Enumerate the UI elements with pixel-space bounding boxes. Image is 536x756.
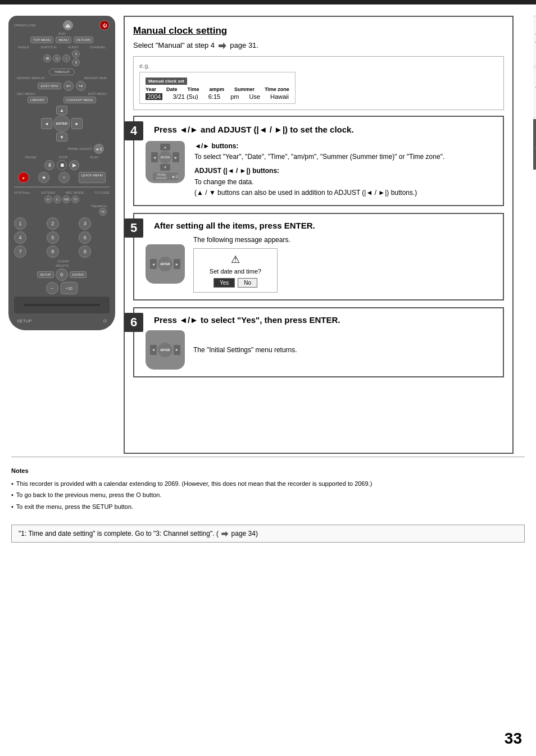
quick-menu-button[interactable]: QUICK MENU xyxy=(79,172,106,183)
plus10-button[interactable]: +10 xyxy=(61,282,78,294)
clock-header-timezone: Time zone xyxy=(265,86,289,92)
edit-menu-label: EDIT MENU xyxy=(88,92,107,95)
bottom-bar: "1: Time and date setting" is complete. … xyxy=(11,525,525,543)
timeslip-button[interactable]: TIMESLIP xyxy=(49,69,74,75)
prime-adjust-mini-label: PRIME ADJUST xyxy=(153,173,171,180)
section-subtitle: Select "Manual" at step 4 page 31. xyxy=(133,41,504,49)
library-button[interactable]: LIBRARY xyxy=(28,97,48,103)
easy-navi-button[interactable]: EASY NAVI xyxy=(38,83,61,89)
angle-button[interactable]: 🖼 xyxy=(43,54,51,62)
warning-icon: ⚠ xyxy=(202,253,269,266)
step4-heading: Press ◄/► and ADJUST (|◄ / ►|) to set th… xyxy=(154,124,496,135)
prime-adjust-label: PRIME ADJUST xyxy=(67,147,92,151)
num6-button[interactable]: 6 xyxy=(79,231,91,244)
rec-mode-button[interactable]: RM xyxy=(62,195,70,203)
play-button[interactable]: ▶ xyxy=(69,160,79,170)
prime-adjust-button[interactable]: ►II xyxy=(94,144,104,154)
clock-header-year: Year xyxy=(146,86,156,92)
o-button[interactable]: ○ xyxy=(58,172,70,183)
channel-down-button[interactable]: ∨ xyxy=(72,58,80,66)
tv-code-label: TV CODE xyxy=(94,191,110,194)
clear-label: CLEAR xyxy=(55,259,69,263)
open-close-label: OPEN/CLOSE xyxy=(14,24,36,27)
separator xyxy=(11,457,525,457)
dpad-down-button[interactable]: ▼ xyxy=(56,133,67,142)
slider-area xyxy=(14,297,110,313)
extend-label: EXTEND xyxy=(42,191,55,194)
num4-button[interactable]: 4 xyxy=(14,231,26,244)
main-instruction-box: Manual clock setting Select "Manual" at … xyxy=(124,16,514,454)
clock-val-timezone: Hawaii xyxy=(270,93,289,100)
numpad: 1 2 3 4 5 6 7 8 9 xyxy=(14,217,110,258)
num3-button[interactable]: 3 xyxy=(79,217,91,230)
dpad-left-button[interactable]: ◄ xyxy=(41,118,52,129)
enter2-button[interactable]: ENTER xyxy=(70,271,87,278)
page-container: OPEN/CLOSE ⏏ ⏻ DVD TOP MENU MENU RETURN xyxy=(0,0,536,756)
num7-button[interactable]: 7 xyxy=(14,245,26,258)
o-bottom-label: O xyxy=(103,318,107,324)
extend-button[interactable]: E xyxy=(53,195,61,203)
vcr-plus-button[interactable]: V+ xyxy=(44,195,52,203)
eject-button[interactable]: ⏏ xyxy=(63,20,73,30)
dpad-up-button[interactable]: ▲ xyxy=(56,106,67,115)
clock-val-ampm: pm xyxy=(230,93,239,100)
page-number: 33 xyxy=(505,730,522,748)
angle-label: ANGLE xyxy=(18,45,29,49)
vcr-plus-label: VCR Plus+ xyxy=(14,191,31,194)
num2-button[interactable]: 2 xyxy=(47,217,59,230)
yes-button[interactable]: Yes xyxy=(214,278,235,288)
setup-button[interactable]: SETUP xyxy=(37,271,54,278)
dpad-right-button[interactable]: ► xyxy=(71,118,83,129)
menu-button[interactable]: MENU xyxy=(56,37,71,43)
clock-val-time: 6:15 xyxy=(208,93,220,100)
no-button[interactable]: No xyxy=(238,278,257,288)
top-menu-button[interactable]: TOP MENU xyxy=(30,37,53,43)
content-menu-button[interactable]: CONTENT MENU xyxy=(63,97,96,103)
tv-code-button[interactable]: TV xyxy=(71,195,79,203)
clock-display-title: Manual clock set xyxy=(146,78,187,85)
minus-button[interactable]: − xyxy=(46,282,58,294)
note-item-3: • To exit the menu, press the SETUP butt… xyxy=(11,502,525,512)
return-button[interactable]: RETURN xyxy=(74,37,93,43)
num1-button[interactable]: 1 xyxy=(14,217,26,230)
pause-button[interactable]: ⏸ xyxy=(44,160,54,170)
message-text: Set date and time? xyxy=(202,268,269,275)
note-item-2: • To go back to the previous menu, press… xyxy=(11,490,525,500)
stop-button[interactable]: ⏹ xyxy=(57,160,67,170)
num5-button[interactable]: 5 xyxy=(47,231,59,244)
remote-bottom-labels: SETUP O xyxy=(14,316,110,326)
message-buttons: Yes No xyxy=(202,278,269,288)
instant-replay-label: INSTANT REPLAY xyxy=(17,76,45,80)
audio-button[interactable]: ♪ xyxy=(62,54,70,62)
step4-number: 4 xyxy=(124,121,143,140)
instant-skip-button[interactable]: ↪ xyxy=(76,81,86,91)
enter-button[interactable]: ENTER xyxy=(53,115,70,132)
step5-number: 5 xyxy=(124,218,143,238)
clock-header-ampm: ampm xyxy=(209,86,224,92)
rec-menu-label: REC MENU xyxy=(17,92,35,95)
channel-up-button[interactable]: ∧ xyxy=(72,50,80,58)
num9-button[interactable]: 9 xyxy=(79,245,91,258)
tsearch-button[interactable]: TS xyxy=(99,208,107,216)
tab-basic-setup[interactable]: Basic Setup xyxy=(533,119,536,170)
tab-introduction[interactable]: Introduction xyxy=(533,16,536,66)
notes-section: Notes • This recorder is provided with a… xyxy=(0,460,536,519)
rec-button[interactable]: ● xyxy=(18,172,29,183)
num0-button[interactable]: 0 xyxy=(56,268,68,281)
note-item-1: • This recorder is provided with a calen… xyxy=(11,479,525,489)
eg-label: e.g. xyxy=(139,62,498,69)
power-button[interactable]: ⏻ xyxy=(99,20,110,30)
arrow-icon xyxy=(219,43,226,49)
num8-button[interactable]: 8 xyxy=(47,245,59,258)
star-button[interactable]: ★ xyxy=(38,172,49,183)
instant-replay-button[interactable]: ↩ xyxy=(63,81,74,91)
step6-heading: Press ◄/► to select "Yes", then press EN… xyxy=(154,315,496,325)
stop-label: STOP xyxy=(58,156,67,159)
page-title: Manual clock setting xyxy=(133,25,504,37)
subtitle-button[interactable]: ◳ xyxy=(53,54,61,62)
clock-example-box: e.g. Manual clock set Year Date Time amp… xyxy=(133,56,504,110)
clock-val-year: 2004 xyxy=(146,93,162,100)
step5-heading: After setting all the items, press ENTER… xyxy=(154,221,496,230)
message-box: ⚠ Set date and time? Yes No xyxy=(193,248,278,293)
tab-connections[interactable]: Connections xyxy=(533,67,536,118)
